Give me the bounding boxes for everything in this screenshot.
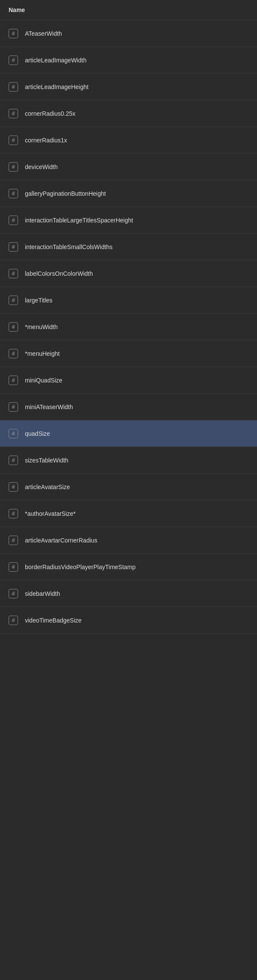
table-row[interactable]: #miniATeaserWidth xyxy=(0,394,257,420)
hash-icon: # xyxy=(9,429,18,438)
hash-icon-symbol: # xyxy=(12,84,15,89)
hash-icon-symbol: # xyxy=(12,564,15,570)
hash-icon: # xyxy=(9,162,18,172)
row-label: articleAvartarCornerRadius xyxy=(25,537,98,544)
row-label: articleAvatarSize xyxy=(25,484,70,490)
hash-icon: # xyxy=(9,509,18,518)
table-row[interactable]: #cornerRadius1x xyxy=(0,127,257,154)
hash-icon: # xyxy=(9,322,18,332)
table-row[interactable]: #borderRadiusVideoPlayerPlayTimeStamp xyxy=(0,554,257,580)
hash-icon: # xyxy=(9,482,18,492)
hash-icon-symbol: # xyxy=(12,298,15,303)
row-label: articleLeadImageHeight xyxy=(25,83,89,90)
hash-icon-symbol: # xyxy=(12,511,15,516)
table-row[interactable]: #sizesTableWidth xyxy=(0,447,257,474)
hash-icon: # xyxy=(9,376,18,385)
table-container: Name #ATeaserWidth#articleLeadImageWidth… xyxy=(0,0,257,634)
hash-icon-symbol: # xyxy=(12,244,15,250)
row-label: labelColorsOnColorWidth xyxy=(25,270,93,277)
hash-icon: # xyxy=(9,29,18,38)
row-label: videoTimeBadgeSize xyxy=(25,617,82,624)
hash-icon-symbol: # xyxy=(12,404,15,410)
hash-icon: # xyxy=(9,562,18,572)
hash-icon: # xyxy=(9,536,18,545)
table-row[interactable]: #largeTitles xyxy=(0,287,257,314)
table-row[interactable]: #miniQuadSize xyxy=(0,367,257,394)
hash-icon-symbol: # xyxy=(12,191,15,196)
table-row[interactable]: #galleryPaginationButtonHeight xyxy=(0,180,257,207)
table-row[interactable]: #articleLeadImageHeight xyxy=(0,74,257,100)
row-label: *authorAvatarSize* xyxy=(25,510,76,517)
table-row[interactable]: #ATeaserWidth xyxy=(0,20,257,47)
hash-icon-symbol: # xyxy=(12,324,15,330)
hash-icon-symbol: # xyxy=(12,431,15,436)
row-label: largeTitles xyxy=(25,297,52,304)
table-row[interactable]: #*authorAvatarSize* xyxy=(0,500,257,527)
row-label: miniATeaserWidth xyxy=(25,404,73,410)
hash-icon-symbol: # xyxy=(12,111,15,116)
row-label: *menuHeight xyxy=(25,350,60,357)
rows-container: #ATeaserWidth#articleLeadImageWidth#arti… xyxy=(0,20,257,634)
hash-icon-symbol: # xyxy=(12,484,15,490)
row-label: deviceWidth xyxy=(25,163,58,170)
table-row[interactable]: #labelColorsOnColorWidth xyxy=(0,260,257,287)
hash-icon-symbol: # xyxy=(12,591,15,596)
hash-icon: # xyxy=(9,456,18,465)
hash-icon: # xyxy=(9,136,18,145)
table-row[interactable]: #deviceWidth xyxy=(0,154,257,180)
table-row[interactable]: #videoTimeBadgeSize xyxy=(0,607,257,634)
table-row[interactable]: #articleLeadImageWidth xyxy=(0,47,257,74)
hash-icon: # xyxy=(9,349,18,358)
hash-icon: # xyxy=(9,216,18,225)
table-row[interactable]: #articleAvatarSize xyxy=(0,474,257,500)
hash-icon: # xyxy=(9,589,18,598)
row-label: articleLeadImageWidth xyxy=(25,57,86,64)
hash-icon: # xyxy=(9,109,18,118)
hash-icon: # xyxy=(9,616,18,625)
hash-icon-symbol: # xyxy=(12,31,15,36)
hash-icon-symbol: # xyxy=(12,138,15,143)
hash-icon-symbol: # xyxy=(12,618,15,623)
row-label: interactionTableLargeTitlesSpacerHeight xyxy=(25,217,133,224)
row-label: sidebarWidth xyxy=(25,590,60,597)
row-label: quadSize xyxy=(25,430,50,437)
hash-icon: # xyxy=(9,189,18,198)
hash-icon: # xyxy=(9,269,18,278)
hash-icon-symbol: # xyxy=(12,271,15,276)
hash-icon-symbol: # xyxy=(12,58,15,63)
column-name-header: Name xyxy=(9,6,25,13)
hash-icon: # xyxy=(9,296,18,305)
hash-icon-symbol: # xyxy=(12,538,15,543)
table-row[interactable]: #sidebarWidth xyxy=(0,580,257,607)
row-label: miniQuadSize xyxy=(25,377,62,384)
hash-icon: # xyxy=(9,242,18,252)
table-row[interactable]: #cornerRadius0.25x xyxy=(0,100,257,127)
row-label: sizesTableWidth xyxy=(25,457,68,464)
table-row[interactable]: #interactionTableLargeTitlesSpacerHeight xyxy=(0,207,257,234)
row-label: interactionTableSmallColsWidths xyxy=(25,243,113,250)
row-label: cornerRadius0.25x xyxy=(25,110,76,117)
hash-icon-symbol: # xyxy=(12,164,15,169)
row-label: ATeaserWidth xyxy=(25,30,62,37)
hash-icon: # xyxy=(9,82,18,92)
hash-icon-symbol: # xyxy=(12,378,15,383)
hash-icon-symbol: # xyxy=(12,351,15,356)
table-row[interactable]: #*menuHeight xyxy=(0,340,257,367)
row-label: cornerRadius1x xyxy=(25,137,67,144)
hash-icon-symbol: # xyxy=(12,218,15,223)
table-row[interactable]: #interactionTableSmallColsWidths xyxy=(0,234,257,260)
table-row[interactable]: #quadSize xyxy=(0,420,257,447)
hash-icon-symbol: # xyxy=(12,458,15,463)
row-label: *menuWidth xyxy=(25,324,58,330)
table-header: Name xyxy=(0,0,257,20)
row-label: borderRadiusVideoPlayerPlayTimeStamp xyxy=(25,564,136,570)
hash-icon: # xyxy=(9,55,18,65)
row-label: galleryPaginationButtonHeight xyxy=(25,190,106,197)
table-row[interactable]: #articleAvartarCornerRadius xyxy=(0,527,257,554)
hash-icon: # xyxy=(9,402,18,412)
table-row[interactable]: #*menuWidth xyxy=(0,314,257,340)
